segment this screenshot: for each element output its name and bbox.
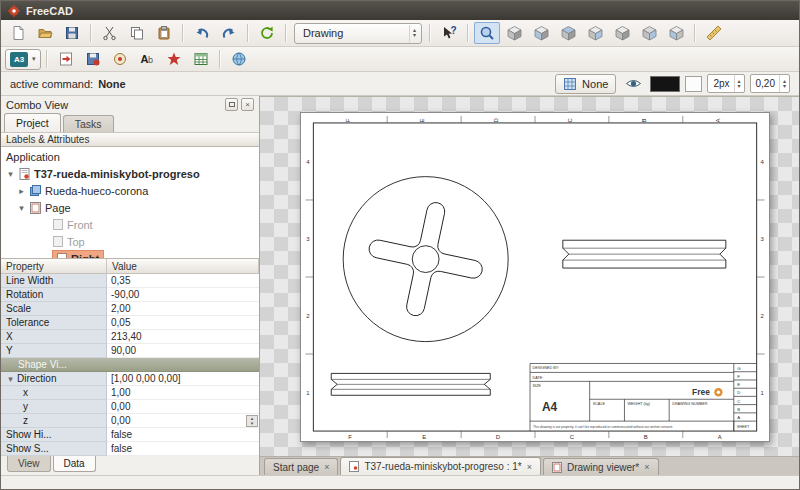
property-row-direction[interactable]: ▾Direction [1,00 0,00 0,00] (1, 372, 259, 386)
mdi-tab-drawing-viewer[interactable]: Drawing viewer* × (543, 458, 659, 475)
redo-button[interactable] (216, 22, 242, 44)
bottom-view-button[interactable] (636, 22, 662, 44)
annotation-button[interactable]: Ab (134, 48, 160, 70)
row-label: 3 (306, 236, 310, 242)
titlebar[interactable]: FreeCAD (1, 1, 799, 20)
front-view-button[interactable] (528, 22, 554, 44)
undo-button[interactable] (189, 22, 215, 44)
close-icon[interactable]: × (324, 462, 329, 472)
text-size-spinner[interactable]: 0,20 ▴▾ (750, 74, 790, 93)
line-width-spinner[interactable]: 2px ▴▾ (707, 74, 744, 93)
weight-label: WEIGHT (kg) (627, 402, 650, 406)
property-row[interactable]: Y90,00 (1, 344, 259, 358)
value-spinner[interactable]: ▴▾ (246, 415, 258, 427)
left-view-button[interactable] (663, 22, 689, 44)
line-color-swatch[interactable] (650, 76, 680, 92)
open-browser-button[interactable] (226, 48, 252, 70)
tree-item-part[interactable]: ▸ Rueda-hueco-corona (1, 182, 259, 199)
standard-toolbar: Drawing ▴▾ ? (1, 20, 799, 47)
save-button[interactable] (59, 22, 85, 44)
mdi-tab-document[interactable]: T37-rueda-miniskybot-progreso : 1* × (340, 457, 541, 475)
save-page-button[interactable] (80, 48, 106, 70)
property-row[interactable]: Tolerance0,05 (1, 316, 259, 330)
mdi-tab-start-page[interactable]: Start page × (264, 458, 338, 475)
drawing-viewer[interactable]: F E D C B A F E D C B A 4 3 2 (260, 96, 799, 456)
paper-size-value: A4 (542, 400, 558, 414)
copy-icon (129, 25, 145, 41)
view-icon (53, 236, 63, 247)
spreadsheet-icon (193, 51, 209, 67)
property-group-header[interactable]: Shape Vi... (1, 358, 259, 372)
tree-item-document[interactable]: ▾ T37-rueda-miniskybot-progreso (1, 165, 259, 182)
window-title: FreeCAD (26, 5, 73, 17)
autogroup-value: None (582, 78, 608, 90)
symbol-button[interactable] (161, 48, 187, 70)
collapsed-icon[interactable]: ▸ (17, 186, 26, 196)
tab-tasks[interactable]: Tasks (63, 115, 114, 132)
designed-by-label: DESIGNED BY: (533, 366, 560, 370)
autogroup-button[interactable]: None (555, 74, 616, 94)
workbench-selector[interactable]: Drawing ▴▾ (294, 23, 422, 44)
refresh-button[interactable] (254, 22, 280, 44)
axonometric-view-button[interactable] (501, 22, 527, 44)
cut-button[interactable] (97, 22, 123, 44)
tree-item-front[interactable]: Front (1, 216, 259, 233)
toolbar-separator (90, 24, 92, 42)
top-view-button[interactable] (555, 22, 581, 44)
property-row[interactable]: Show S...false (1, 442, 259, 456)
whats-this-button[interactable]: ? (436, 22, 462, 44)
paste-clipboard-icon (156, 25, 172, 41)
text-size-value: 0,20 (751, 78, 779, 89)
close-icon[interactable]: × (644, 462, 649, 472)
spreadsheet-view-button[interactable] (188, 48, 214, 70)
rear-view-button[interactable] (609, 22, 635, 44)
toolbar-separator (429, 24, 431, 42)
active-command-label: active command: (10, 78, 93, 90)
new-document-button[interactable] (5, 22, 31, 44)
float-panel-button[interactable] (225, 98, 238, 111)
measure-distance-button[interactable] (701, 22, 727, 44)
col-label: D (496, 434, 501, 440)
property-row-z[interactable]: z 0,00 ▴▾ (1, 414, 259, 428)
save-page-icon (85, 51, 101, 67)
face-color-swatch[interactable] (685, 76, 702, 92)
visual-style-button[interactable] (621, 73, 645, 95)
draft-tray: None 2px ▴▾ 0,20 ▴▾ (555, 73, 790, 95)
fit-all-button[interactable] (474, 22, 500, 44)
property-row[interactable]: y0,00 (1, 400, 259, 414)
close-panel-button[interactable]: × (241, 98, 254, 111)
open-button[interactable] (32, 22, 58, 44)
property-column-header[interactable]: Property (1, 259, 107, 273)
right-view-button[interactable] (582, 22, 608, 44)
tab-project[interactable]: Project (4, 113, 61, 132)
tree-item-top[interactable]: Top (1, 233, 259, 250)
property-row[interactable]: Show Hi...false (1, 428, 259, 442)
property-row[interactable]: X213,40 (1, 330, 259, 344)
tab-view-properties[interactable]: View (7, 456, 51, 472)
main-area: Combo View × Project Tasks Labels & Attr… (1, 96, 799, 456)
new-page-button[interactable]: A3 ▾ (5, 49, 41, 70)
close-icon[interactable]: × (527, 462, 532, 472)
toolbar-separator (285, 24, 287, 42)
copy-button[interactable] (124, 22, 150, 44)
tree-item-right[interactable]: Right (1, 250, 259, 258)
expanded-icon[interactable]: ▾ (6, 169, 15, 179)
tree-item-page[interactable]: ▾ Page (1, 199, 259, 216)
fit-all-magnifier-icon (479, 25, 495, 41)
selected-tree-item[interactable]: Right (53, 251, 103, 258)
property-row[interactable]: Line Width0,35 (1, 274, 259, 288)
value-column-header[interactable]: Value (107, 259, 259, 273)
property-row[interactable]: Scale2,00 (1, 302, 259, 316)
property-row[interactable]: Rotation-90,00 (1, 288, 259, 302)
expanded-icon[interactable]: ▾ (6, 374, 15, 384)
rev-label: B (737, 407, 740, 412)
insert-view-button[interactable] (53, 48, 79, 70)
expanded-icon[interactable]: ▾ (17, 203, 26, 213)
property-row[interactable]: x1,00 (1, 386, 259, 400)
sheet-label: SHEET (737, 425, 750, 429)
tree-item-application[interactable]: Application (1, 148, 259, 165)
row-label: 4 (760, 159, 764, 165)
tab-data-properties[interactable]: Data (53, 456, 96, 472)
clip-view-button[interactable] (107, 48, 133, 70)
paste-button[interactable] (151, 22, 177, 44)
